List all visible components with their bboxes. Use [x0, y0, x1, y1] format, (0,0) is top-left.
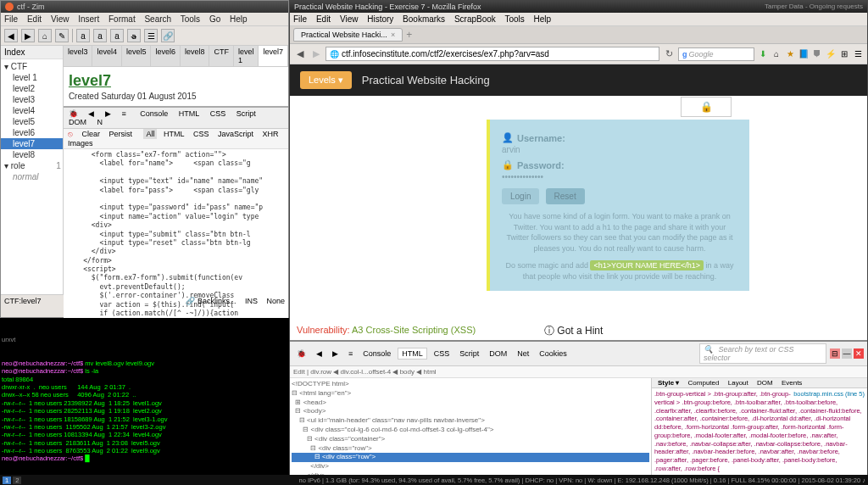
dt-tab-css[interactable]: CSS [431, 348, 453, 359]
dt-css-tab-dom[interactable]: DOM [754, 378, 776, 387]
page-tab[interactable]: level 1 [234, 46, 259, 66]
font-norm-icon[interactable]: a [93, 29, 107, 42]
menu-go[interactable]: Go [209, 14, 220, 24]
dt-bug-icon[interactable]: 🐞 [293, 348, 309, 359]
tree-item[interactable]: level 1 [1, 72, 63, 83]
username-input[interactable]: arvin [502, 145, 737, 154]
tree-item[interactable]: level8 [1, 149, 63, 160]
tree-item-selected[interactable]: level7 [1, 138, 63, 149]
dt-css-file[interactable]: bootstrap.min.css (line 5) [793, 390, 865, 399]
fwd-icon[interactable]: ▶ [21, 29, 35, 42]
dt-menu-icon[interactable]: ≡ [345, 348, 356, 359]
dt-back-icon[interactable]: ◀ [313, 348, 326, 359]
tree-role[interactable]: ▾ role 1 [1, 160, 63, 171]
menu-file[interactable]: File [4, 14, 18, 24]
link-icon[interactable]: 🔗 [161, 29, 175, 42]
dt-tab-html[interactable]: HTML [398, 348, 427, 360]
fwd-icon[interactable]: ▶ [309, 47, 323, 61]
menu-insert[interactable]: Insert [78, 14, 99, 24]
page-tab[interactable]: level4 [92, 46, 122, 66]
ff-menu-file[interactable]: File [293, 14, 307, 24]
close-icon[interactable]: × [391, 31, 395, 39]
hint-link[interactable]: ⓘ Got a Hint [544, 324, 603, 338]
tree-item[interactable]: level5 [1, 116, 63, 127]
back-icon[interactable]: ◀ [4, 29, 18, 42]
status-backlinks[interactable]: 🔗 Backlinks... [186, 297, 236, 305]
page-tab[interactable]: level5 [122, 46, 152, 66]
ff-tab[interactable]: Practical Website Hacki... × [293, 28, 403, 42]
dt-close-icon[interactable]: ✕ [854, 348, 864, 359]
menu-icon[interactable]: ☰ [852, 48, 864, 60]
dt-search-input[interactable]: 🔍 Search by text or CSS selector [699, 343, 826, 364]
tree-normal[interactable]: normal [1, 171, 63, 182]
fb-js[interactable]: JavaScript [215, 129, 256, 139]
fb-all[interactable]: All [143, 129, 157, 139]
new-tab-icon[interactable]: + [406, 29, 412, 41]
dt-breadcrumb[interactable]: Edit | div.row ◀ div.col-l...offset-4 ◀ … [290, 366, 867, 378]
menu-edit[interactable]: Edit [27, 14, 42, 24]
dt-tab-console[interactable]: Console [359, 348, 394, 359]
font-small-icon[interactable]: a [76, 29, 90, 42]
ff-titlebar[interactable]: Practical Website Hacking - Exercise 7 -… [290, 1, 867, 13]
terminal[interactable]: urxvt neo@nebuchadnezzar:~/ctf$ mv level… [0, 318, 289, 475]
fb-tab-css[interactable]: CSS [207, 109, 230, 119]
dt-min-icon[interactable]: — [842, 348, 852, 359]
tree-root[interactable]: ▾ CTF [1, 61, 63, 72]
page-tab[interactable]: level8 [181, 46, 210, 66]
dt-tab-cookies[interactable]: Cookies [536, 348, 570, 359]
zim-page[interactable]: level7 Created Saturday 01 August 2015 [64, 67, 288, 106]
home-icon[interactable]: ⌂ [771, 48, 782, 60]
page-tab[interactable]: level3 [64, 46, 93, 66]
levels-button[interactable]: Levels ▾ [300, 71, 352, 89]
dt-css-tab-style[interactable]: Style ▾ [654, 378, 682, 387]
pen-icon[interactable]: ✎ [55, 29, 69, 42]
list-icon[interactable]: ☰ [144, 29, 158, 42]
workspace-2[interactable]: 2 [13, 477, 21, 484]
back-icon[interactable]: ◀ [293, 47, 307, 61]
fb-tab-net[interactable]: N [93, 117, 106, 127]
ff-menu-history[interactable]: History [367, 14, 393, 24]
dt-dock-icon[interactable]: ⊟ [830, 348, 840, 359]
bolt-icon[interactable]: ⚡ [825, 48, 837, 60]
page-tab[interactable]: level6 [151, 46, 181, 66]
menu-view[interactable]: View [51, 14, 70, 24]
menu-search[interactable]: Search [144, 14, 171, 24]
reset-button[interactable]: Reset [546, 188, 585, 204]
menu-help[interactable]: Help [230, 14, 248, 24]
dt-css-tab-computed[interactable]: Computed [685, 378, 723, 387]
ff-menu-help[interactable]: Help [534, 14, 552, 24]
workspace-1[interactable]: 1 [3, 477, 11, 484]
tree-item[interactable]: level4 [1, 105, 63, 116]
ff-menu-edit[interactable]: Edit [316, 14, 331, 24]
dt-tab-net[interactable]: Net [514, 348, 532, 359]
fb-html[interactable]: HTML [161, 129, 187, 139]
star-icon[interactable]: ★ [784, 48, 796, 60]
menu-format[interactable]: Format [108, 14, 136, 24]
ff-menu-scrapbook[interactable]: ScrapBook [454, 14, 496, 24]
dt-fwd-icon[interactable]: ▶ [329, 348, 342, 359]
strike-icon[interactable]: a̶ [127, 29, 141, 42]
tree-item[interactable]: level3 [1, 94, 63, 105]
fb-tab-console[interactable]: Console [136, 109, 171, 119]
fb-tab-dom[interactable]: DOM [65, 117, 90, 127]
login-button[interactable]: Login [502, 188, 539, 204]
zim-titlebar[interactable]: ctf - Zim [1, 1, 288, 13]
dt-tab-dom[interactable]: DOM [486, 348, 510, 359]
dt-css-tab-layout[interactable]: Layout [725, 378, 752, 387]
fb-persist[interactable]: Persist [106, 129, 135, 139]
ff-menu-bookmarks[interactable]: Bookmarks [403, 14, 445, 24]
fb-images[interactable]: Images [65, 138, 96, 148]
page-tab-active[interactable]: level7 [259, 46, 288, 66]
fb-css[interactable]: CSS [191, 129, 212, 139]
shield-icon[interactable]: ⛊ [811, 48, 823, 60]
tree-item[interactable]: level6 [1, 127, 63, 138]
download-icon[interactable]: ⬇ [757, 48, 769, 60]
dt-html-tree[interactable]: <!DOCTYPE html>⊟ <html lang="en"> ⊞ <hea… [290, 378, 651, 485]
fb-menu-icon[interactable]: ≡ [118, 109, 129, 119]
tree-item[interactable]: level2 [1, 83, 63, 94]
dt-css-rules[interactable]: bootstrap.min.css (line 5) .btn-group-ve… [652, 388, 867, 482]
dt-tab-script[interactable]: Script [456, 348, 482, 359]
fb-xhr[interactable]: XHR [260, 129, 281, 139]
url-input[interactable]: 🌐 ctf.infosecinstitute.com/ctf2/exercise… [326, 47, 659, 61]
fb-tab-script[interactable]: Script [233, 109, 259, 119]
